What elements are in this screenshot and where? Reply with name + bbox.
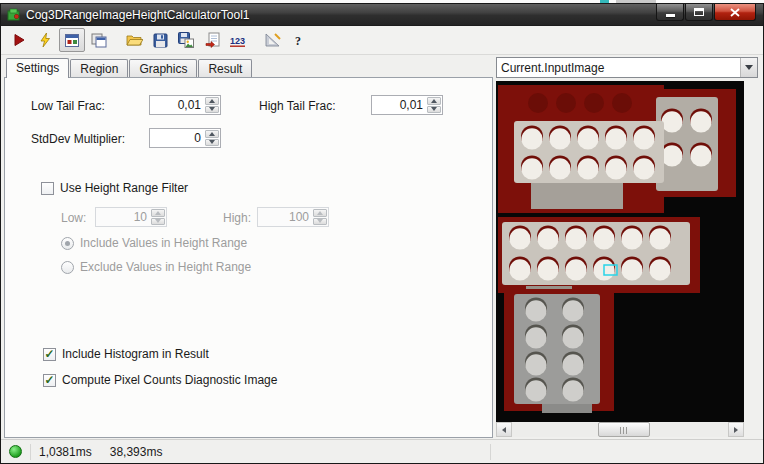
high-tail-frac-input[interactable]: 0,01	[371, 95, 443, 115]
tab-settings[interactable]: Settings	[6, 58, 69, 78]
status-bar: 1,0381ms 38,393ms	[1, 439, 763, 463]
open-file-button[interactable]	[122, 28, 146, 52]
import-icon	[205, 32, 220, 48]
show-image-display-icon	[65, 34, 79, 47]
maximize-icon	[694, 8, 704, 16]
save-button[interactable]	[148, 28, 172, 52]
svg-text:123: 123	[230, 36, 245, 46]
tab-strip: Settings Region Graphics Result	[4, 57, 493, 77]
tool-app-icon	[7, 8, 21, 22]
spin-up-button[interactable]	[205, 97, 219, 105]
high-tail-frac-label: High Tail Frac:	[259, 99, 335, 113]
include-values-label: Include Values in Height Range	[80, 236, 247, 250]
arrow-left-icon	[502, 427, 506, 433]
calibration-icon	[265, 32, 281, 48]
checkbox-box	[43, 374, 56, 387]
tool-edit-panel: Settings Region Graphics Result Low Tail…	[4, 57, 493, 438]
checkbox-box	[43, 348, 56, 361]
stddev-multiplier-value[interactable]: 0	[150, 129, 205, 147]
include-histogram-checkbox[interactable]: Include Histogram in Result	[43, 347, 209, 361]
low-input: 10	[95, 207, 167, 227]
include-histogram-label: Include Histogram in Result	[62, 347, 209, 361]
radio-circle	[61, 261, 74, 274]
spin-down-button	[313, 218, 327, 226]
maximize-button[interactable]	[685, 4, 713, 21]
radio-circle	[61, 237, 74, 250]
save-image-icon	[178, 32, 194, 48]
high-input: 100	[257, 207, 329, 227]
tab-region[interactable]: Region	[70, 59, 128, 77]
help-icon: ?	[293, 33, 305, 48]
spin-down-button[interactable]	[205, 139, 219, 147]
stddev-multiplier-input[interactable]: 0	[149, 128, 221, 148]
scroll-right-button[interactable]	[728, 422, 744, 437]
minimize-button[interactable]	[656, 4, 684, 21]
tab-result[interactable]: Result	[198, 59, 252, 77]
minimize-icon	[666, 14, 675, 17]
use-height-range-filter-label: Use Height Range Filter	[60, 181, 188, 195]
chevron-down-icon	[745, 65, 753, 70]
compute-pixel-counts-checkbox[interactable]: Compute Pixel Counts Diagnostic Image	[43, 373, 277, 387]
horizontal-scrollbar[interactable]	[496, 422, 744, 437]
scroll-thumb[interactable]	[598, 422, 650, 437]
save-icon	[153, 33, 168, 48]
toolbar: 123 ?	[1, 26, 763, 55]
image-selector-combo[interactable]: Current.InputImage	[496, 57, 758, 78]
screen: Cog3DRangeImageHeightCalculatorTool1	[0, 0, 764, 464]
close-button[interactable]	[714, 4, 756, 21]
spin-down-button	[151, 218, 165, 226]
app-icon[interactable]	[6, 7, 21, 22]
tab-graphics[interactable]: Graphics	[129, 59, 197, 77]
selected-image-name: Current.InputImage	[497, 61, 740, 75]
number-display-button[interactable]: 123	[226, 28, 250, 52]
import-button[interactable]	[200, 28, 224, 52]
spin-up-button[interactable]	[205, 130, 219, 138]
copy-records-button[interactable]	[87, 28, 111, 52]
save-image-button[interactable]	[174, 28, 198, 52]
spin-down-button[interactable]	[205, 106, 219, 114]
status-separator	[30, 444, 31, 460]
show-image-display-button[interactable]	[59, 28, 85, 52]
calibration-button[interactable]	[261, 28, 285, 52]
low-tail-frac-value[interactable]: 0,01	[150, 96, 205, 114]
use-height-range-filter-checkbox[interactable]: Use Height Range Filter	[41, 181, 188, 195]
exclude-values-label: Exclude Values in Height Range	[80, 260, 251, 274]
run-icon	[11, 32, 27, 48]
copy-records-icon	[91, 33, 107, 48]
include-values-radio: Include Values in Height Range	[61, 236, 247, 250]
high-tail-frac-value[interactable]: 0,01	[372, 96, 427, 114]
arrow-right-icon	[734, 427, 738, 433]
low-value: 10	[96, 208, 151, 226]
window-title: Cog3DRangeImageHeightCalculatorTool1	[26, 8, 249, 22]
spin-up-button	[313, 209, 327, 217]
number-display-icon: 123	[229, 33, 248, 48]
electric-run-icon	[37, 32, 53, 48]
spin-up-button	[151, 209, 165, 217]
combo-dropdown-button[interactable]	[740, 58, 757, 77]
electric-run-button[interactable]	[33, 28, 57, 52]
low-tail-frac-input[interactable]: 0,01	[149, 95, 221, 115]
svg-text:?: ?	[295, 34, 301, 48]
open-file-icon	[126, 33, 143, 47]
window-controls	[656, 4, 756, 21]
spin-up-button[interactable]	[427, 97, 441, 105]
status-ok-light	[9, 445, 22, 458]
scroll-track[interactable]	[512, 422, 728, 437]
spin-down-button[interactable]	[427, 106, 441, 114]
high-value: 100	[258, 208, 313, 226]
titlebar[interactable]: Cog3DRangeImageHeightCalculatorTool1	[1, 4, 763, 26]
image-panel: Current.InputImage	[496, 57, 760, 437]
compute-pixel-counts-label: Compute Pixel Counts Diagnostic Image	[62, 373, 277, 387]
tool-editor-window: Cog3DRangeImageHeightCalculatorTool1	[0, 3, 764, 464]
low-label: Low:	[61, 211, 86, 225]
exclude-values-radio: Exclude Values in Height Range	[61, 260, 251, 274]
range-image[interactable]	[496, 81, 744, 422]
run-button[interactable]	[7, 28, 31, 52]
scroll-left-button[interactable]	[496, 422, 512, 437]
high-label: High:	[223, 211, 251, 225]
total-time-text: 38,393ms	[110, 445, 163, 459]
run-time-text: 1,0381ms	[39, 445, 92, 459]
image-display-area[interactable]	[496, 81, 744, 437]
stddev-multiplier-label: StdDev Multiplier:	[31, 132, 125, 146]
help-button[interactable]: ?	[287, 28, 311, 52]
